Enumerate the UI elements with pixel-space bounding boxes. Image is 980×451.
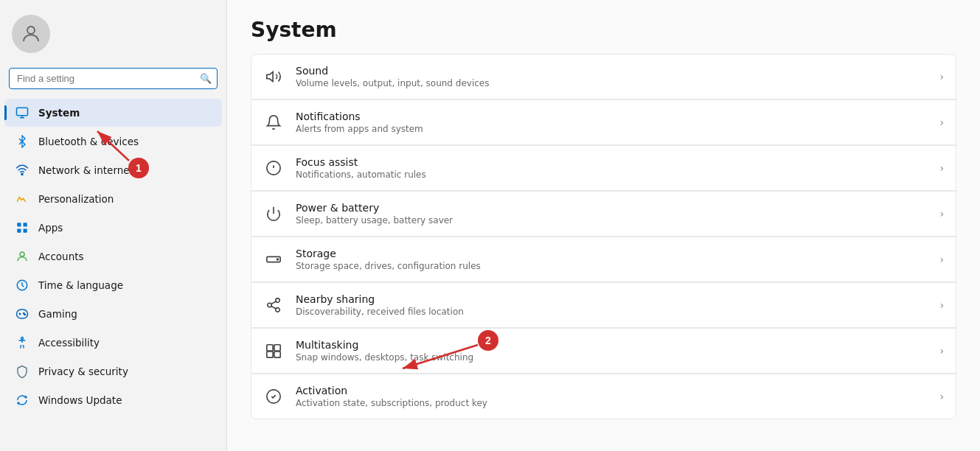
svg-rect-5	[17, 229, 21, 233]
focus-chevron: ›	[939, 162, 944, 174]
search-box: 🔍	[9, 68, 218, 89]
storage-title: Storage	[296, 248, 928, 259]
sound-chevron: ›	[939, 71, 944, 83]
svg-rect-25	[274, 352, 280, 357]
sidebar-item-time-label: Time & language	[38, 279, 123, 291]
svg-point-17	[276, 298, 280, 303]
nearby-chevron: ›	[939, 299, 944, 311]
sound-text: Sound Volume levels, output, input, soun…	[296, 65, 928, 88]
focus-icon	[263, 158, 284, 178]
search-icon: 🔍	[200, 73, 212, 84]
avatar[interactable]	[12, 15, 50, 53]
personalization-icon	[15, 192, 29, 206]
svg-point-16	[277, 259, 279, 260]
sidebar-item-accounts[interactable]: Accounts	[4, 242, 222, 270]
power-text: Power & battery Sleep, battery usage, ba…	[296, 202, 928, 226]
sidebar-item-update[interactable]: Windows Update	[4, 386, 222, 414]
search-input[interactable]	[9, 68, 218, 89]
settings-item-nearby[interactable]: Nearby sharing Discoverability, received…	[251, 282, 956, 328]
sidebar-item-bluetooth-label: Bluetooth & devices	[38, 136, 139, 147]
multitasking-title: Multitasking	[296, 339, 928, 351]
focus-title: Focus assist	[296, 156, 928, 168]
activation-title: Activation	[296, 385, 928, 396]
svg-point-19	[276, 308, 280, 312]
svg-point-11	[21, 338, 24, 340]
power-chevron: ›	[939, 208, 944, 220]
sidebar-item-gaming[interactable]: Gaming	[4, 300, 222, 328]
sidebar-item-personalization-label: Personalization	[38, 193, 114, 205]
sidebar-item-system-label: System	[38, 107, 80, 119]
svg-rect-1	[17, 108, 28, 116]
storage-desc: Storage space, drives, configuration rul…	[296, 261, 928, 271]
settings-item-power[interactable]: Power & battery Sleep, battery usage, ba…	[251, 191, 956, 237]
sound-title: Sound	[296, 65, 928, 77]
storage-icon	[263, 249, 284, 270]
svg-point-18	[268, 303, 272, 307]
svg-point-2	[21, 173, 23, 175]
svg-marker-12	[267, 72, 273, 82]
bluetooth-icon	[15, 134, 29, 149]
storage-chevron: ›	[939, 254, 944, 265]
svg-rect-3	[17, 223, 21, 226]
activation-desc: Activation state, subscriptions, product…	[296, 398, 928, 408]
sidebar-item-network[interactable]: Network & internet	[4, 156, 222, 184]
activation-text: Activation Activation state, subscriptio…	[296, 385, 928, 408]
settings-item-notifications[interactable]: Notifications Alerts from apps and syste…	[251, 99, 956, 145]
power-title: Power & battery	[296, 202, 928, 214]
accounts-icon	[15, 249, 29, 264]
main-content: System Sound Volume levels, output, inpu…	[227, 0, 980, 451]
svg-line-20	[271, 306, 276, 309]
nearby-title: Nearby sharing	[296, 293, 928, 305]
sound-desc: Volume levels, output, input, sound devi…	[296, 78, 928, 88]
sidebar-item-apps-label: Apps	[38, 222, 63, 234]
notifications-text: Notifications Alerts from apps and syste…	[296, 111, 928, 134]
settings-item-activation[interactable]: Activation Activation state, subscriptio…	[251, 374, 956, 419]
settings-item-multitasking[interactable]: Multitasking Snap windows, desktops, tas…	[251, 328, 956, 374]
network-icon	[15, 163, 29, 178]
sidebar-item-apps[interactable]: Apps	[4, 214, 222, 242]
settings-item-focus[interactable]: Focus assist Notifications, automatic ru…	[251, 145, 956, 191]
svg-rect-4	[24, 223, 27, 226]
notifications-icon	[263, 112, 284, 133]
storage-text: Storage Storage space, drives, configura…	[296, 248, 928, 271]
multitasking-desc: Snap windows, desktops, task switching	[296, 352, 928, 363]
privacy-icon	[15, 364, 29, 379]
sidebar-item-gaming-label: Gaming	[38, 308, 77, 320]
sidebar-item-accessibility-label: Accessibility	[38, 337, 100, 349]
sidebar-item-network-label: Network & internet	[38, 164, 133, 176]
sidebar-item-accessibility[interactable]: Accessibility	[4, 329, 222, 357]
svg-rect-22	[267, 345, 273, 351]
svg-rect-6	[24, 229, 27, 233]
nearby-text: Nearby sharing Discoverability, received…	[296, 293, 928, 317]
notifications-desc: Alerts from apps and system	[296, 124, 928, 134]
sidebar-item-privacy[interactable]: Privacy & security	[4, 357, 222, 385]
avatar-area	[0, 9, 226, 65]
svg-point-0	[27, 27, 35, 34]
svg-rect-24	[267, 352, 273, 357]
sidebar-item-privacy-label: Privacy & security	[38, 366, 128, 377]
apps-icon	[15, 220, 29, 235]
sidebar-item-update-label: Windows Update	[38, 394, 122, 406]
settings-list: Sound Volume levels, output, input, soun…	[251, 54, 956, 419]
sidebar-item-accounts-label: Accounts	[38, 251, 84, 262]
activation-chevron: ›	[939, 391, 944, 402]
settings-item-sound[interactable]: Sound Volume levels, output, input, soun…	[251, 54, 956, 99]
nearby-desc: Discoverability, received files location	[296, 307, 928, 317]
nav-list: System Bluetooth & devices Network & int…	[0, 98, 226, 415]
notifications-chevron: ›	[939, 116, 944, 128]
sidebar: 🔍 System Bluetooth & devices Netwo	[0, 0, 227, 451]
sidebar-item-bluetooth[interactable]: Bluetooth & devices	[4, 127, 222, 155]
page-title: System	[251, 0, 956, 54]
gaming-icon	[15, 307, 29, 321]
sidebar-item-system[interactable]: System	[4, 99, 222, 127]
sidebar-item-personalization[interactable]: Personalization	[4, 185, 222, 213]
settings-item-storage[interactable]: Storage Storage space, drives, configura…	[251, 237, 956, 282]
svg-line-21	[271, 301, 276, 304]
multitasking-icon	[263, 340, 284, 361]
nearby-icon	[263, 295, 284, 315]
multitasking-text: Multitasking Snap windows, desktops, tas…	[296, 339, 928, 363]
sidebar-item-time[interactable]: Time & language	[4, 271, 222, 299]
time-icon	[15, 278, 29, 293]
activation-icon	[263, 386, 284, 407]
multitasking-chevron: ›	[939, 345, 944, 357]
